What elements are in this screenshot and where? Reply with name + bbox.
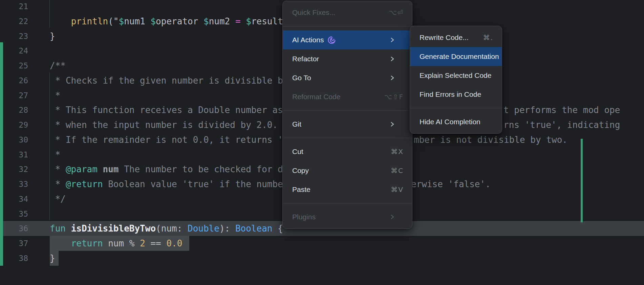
code-line-continuation: erwise 'false'.: [411, 177, 491, 192]
ai-submenu-item-generate-documentation[interactable]: Generate Documentation: [410, 47, 502, 66]
code-token: {: [272, 223, 283, 234]
menu-item-label: Find Errors in Code: [420, 90, 481, 98]
context-menu-item-paste[interactable]: Paste⌘V: [283, 180, 412, 199]
line-number[interactable]: 37: [0, 236, 28, 251]
code-line: * when the input number is divided by 2.…: [50, 117, 288, 132]
code-token: 2: [140, 238, 145, 248]
menu-item-shortcut: ⌘.: [483, 34, 493, 42]
context-menu-item-plugins[interactable]: Plugins: [283, 207, 412, 226]
code-token: isDivisibleByTwo: [71, 223, 156, 234]
context-menu-item-copy[interactable]: Copy⌘C: [283, 161, 412, 180]
code-line: * Checks if the given number is divisibl…: [50, 73, 288, 88]
code-token: return: [71, 238, 103, 248]
code-token: (num:: [156, 223, 188, 234]
code-line: /**: [50, 58, 66, 73]
line-number[interactable]: 28: [0, 103, 28, 117]
line-number[interactable]: 38: [0, 251, 28, 266]
code-line: * @param num The number to be checked fo…: [50, 162, 288, 177]
menu-item-label: Explain Selected Code: [420, 71, 491, 80]
code-token: *: [50, 150, 60, 160]
code-token: * when the input number is divided by 2.…: [50, 120, 288, 130]
line-number[interactable]: 30: [0, 132, 28, 147]
ai-submenu-item-explain-selected-code[interactable]: Explain Selected Code: [410, 66, 502, 85]
code-line: */: [50, 192, 66, 206]
menu-item-label: AI Actions: [292, 36, 324, 44]
line-number[interactable]: 34: [0, 192, 28, 206]
code-line: }: [50, 251, 55, 266]
code-token: * If the remainder is not 0.0, it return…: [50, 135, 283, 145]
code-token: *: [50, 164, 66, 174]
code-token: @return: [66, 179, 103, 189]
ai-submenu-item-hide-ai-completion[interactable]: Hide AI Completion: [410, 112, 502, 131]
ai-submenu-item-rewrite-code[interactable]: Rewrite Code...⌘.: [410, 28, 502, 47]
code-line: fun isDivisibleByTwo(num: Double): Boole…: [50, 221, 283, 236]
line-number[interactable]: 25: [0, 58, 28, 73]
menu-item-shortcut: ⌘V: [391, 185, 404, 194]
code-line: * @return Boolean value 'true' if the nu…: [50, 177, 288, 192]
code-token: @param: [66, 164, 98, 174]
ai-actions-submenu: Rewrite Code...⌘.Generate DocumentationE…: [410, 26, 502, 134]
code-token: operator: [156, 16, 203, 26]
menu-item-label: Hide AI Completion: [420, 118, 480, 126]
line-number[interactable]: 35: [0, 206, 28, 221]
code-token: $: [246, 16, 251, 26]
code-token: [98, 164, 103, 174]
code-token: num1: [124, 16, 150, 26]
code-token: * Checks if the given number is divisibl…: [50, 75, 288, 86]
menu-item-label: Copy: [292, 167, 309, 175]
context-menu-item-ai-actions[interactable]: AI Actions: [283, 30, 412, 49]
line-number[interactable]: 31: [0, 147, 28, 162]
menu-item-label: Reformat Code: [292, 93, 340, 101]
code-token: ==: [145, 238, 167, 248]
code-token: %: [129, 238, 140, 248]
code-token: num: [103, 164, 119, 174]
line-number[interactable]: 21: [0, 0, 28, 14]
menu-separator: [410, 104, 502, 112]
menu-item-shortcut: ⌘X: [391, 148, 404, 156]
line-number[interactable]: 32: [0, 162, 28, 177]
context-menu-item-cut[interactable]: Cut⌘X: [283, 142, 412, 161]
code-token: ):: [219, 223, 235, 234]
code-line: return num % 2 == 0.0: [50, 236, 182, 251]
menu-item-label: Refactor: [292, 55, 319, 63]
context-menu-item-refactor[interactable]: Refactor: [283, 49, 412, 68]
context-menu-item-reformat-code[interactable]: Reformat Code⌥⇧F: [283, 87, 412, 106]
code-token: [50, 16, 71, 26]
code-token: [241, 16, 246, 26]
code-line: * This function receives a Double number…: [50, 103, 283, 117]
line-number[interactable]: 33: [0, 177, 28, 192]
line-number[interactable]: 24: [0, 43, 28, 58]
menu-item-shortcut: ⌘C: [391, 167, 404, 175]
code-line-continuation: mber is not divisible by two.: [414, 132, 567, 147]
context-menu-item-go-to[interactable]: Go To: [283, 68, 412, 87]
line-number[interactable]: 36: [0, 221, 28, 236]
menu-item-label: Generate Documentation: [420, 52, 499, 61]
context-menu-item-git[interactable]: Git: [283, 115, 412, 134]
context-menu-item-quick-fixes[interactable]: Quick Fixes...⌥⏎: [283, 3, 412, 22]
ai-swirl-icon: [327, 36, 336, 45]
code-token: num: [103, 238, 129, 248]
line-number[interactable]: 26: [0, 73, 28, 88]
code-line-continuation: rns 'true', indicating: [503, 117, 620, 132]
code-token: $: [119, 16, 124, 26]
chevron-right-icon: [390, 214, 395, 220]
code-token: */: [50, 194, 66, 204]
code-token: $: [203, 16, 209, 26]
line-number[interactable]: 29: [0, 117, 28, 132]
line-number[interactable]: 23: [0, 29, 28, 44]
code-line: println("$num1 $operator $num2 = $result…: [50, 14, 288, 29]
code-token: $: [150, 16, 156, 26]
change-scroll-marker: [581, 139, 583, 222]
chevron-right-icon: [390, 75, 395, 81]
code-token: }: [50, 31, 55, 41]
ai-submenu-item-find-errors-in-code[interactable]: Find Errors in Code: [410, 85, 502, 104]
line-number[interactable]: 22: [0, 14, 28, 29]
menu-item-label: Git: [292, 120, 301, 128]
line-number[interactable]: 27: [0, 88, 28, 103]
code-token: num2: [209, 16, 235, 26]
code-token: (": [108, 16, 119, 26]
code-token: *: [50, 179, 66, 189]
menu-separator: [283, 199, 412, 207]
menu-separator: [283, 134, 412, 142]
menu-item-label: Cut: [292, 148, 303, 156]
